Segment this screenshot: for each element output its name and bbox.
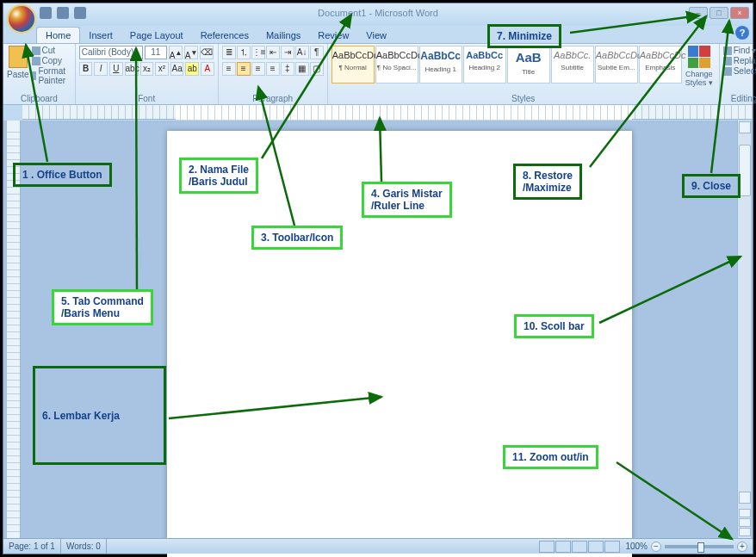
style--normal[interactable]: AaBbCcDc¶ Normal [332, 46, 375, 84]
font-color-button[interactable]: A [201, 62, 214, 76]
replace-button[interactable]: Replace [723, 56, 756, 65]
align-left-button[interactable]: ≡ [222, 62, 236, 76]
subscript-button[interactable]: x₂ [140, 62, 154, 76]
style-title[interactable]: AaBTitle [507, 46, 550, 84]
highlight-button[interactable]: ab [185, 62, 199, 76]
bullets-button[interactable]: ≣ [222, 46, 236, 59]
group-font-label: Font [79, 94, 214, 104]
minimize-button[interactable]: – [689, 7, 708, 19]
status-bar: Page: 1 of 1 Words: 0 100% − + [3, 538, 753, 554]
annotation-5: 5. Tab Command /Baris Menu [52, 289, 153, 325]
paste-icon [9, 46, 28, 68]
zoom-slider[interactable] [665, 545, 734, 548]
tab-page-layout[interactable]: Page Layout [121, 28, 192, 43]
borders-button[interactable]: ▢ [310, 62, 324, 76]
maximize-button[interactable]: □ [710, 7, 728, 19]
strike-button[interactable]: abc [125, 62, 139, 76]
redo-icon[interactable] [74, 7, 86, 19]
sort-button[interactable]: A↓ [295, 46, 309, 59]
annotation-9: 9. Close [682, 174, 741, 198]
find-button[interactable]: Find ▾ [723, 46, 756, 55]
scroll-down-button[interactable] [739, 492, 751, 504]
bold-button[interactable]: B [79, 62, 93, 76]
annotation-11: 11. Zoom out/in [503, 445, 598, 469]
horizontal-ruler[interactable] [22, 105, 753, 120]
undo-icon[interactable] [57, 7, 69, 19]
tab-review[interactable]: Review [309, 28, 357, 43]
annotation-10: 10. Scoll bar [514, 314, 594, 338]
style-heading-2[interactable]: AaBbCcHeading 2 [463, 46, 506, 84]
cut-button[interactable]: Cut [32, 46, 71, 55]
quick-access-toolbar[interactable] [40, 7, 86, 19]
paste-button[interactable]: Paste [7, 46, 29, 85]
find-icon [723, 46, 732, 55]
underline-button[interactable]: U [109, 62, 123, 76]
superscript-button[interactable]: x² [155, 62, 169, 76]
group-clipboard-label: Clipboard [7, 94, 71, 104]
scissors-icon [32, 46, 40, 55]
shrink-font-icon[interactable]: A▼ [184, 46, 198, 59]
select-button[interactable]: Select ▾ [723, 66, 756, 76]
align-right-button[interactable]: ≡ [251, 62, 265, 76]
style-subtitle[interactable]: AaBbCc.Subtitle [551, 46, 594, 84]
annotation-1: 1 . Office Button [13, 163, 112, 187]
line-spacing-button[interactable]: ‡ [281, 62, 294, 76]
ribbon-tabs: Home Insert Page Layout References Maili… [36, 26, 753, 43]
tab-references[interactable]: References [192, 28, 257, 43]
annotation-7: 7. Minimize [487, 24, 561, 48]
page-indicator[interactable]: Page: 1 of 1 [3, 539, 61, 554]
office-button[interactable] [7, 4, 36, 34]
multilevel-button[interactable]: ⋮≡ [251, 46, 265, 59]
clear-format-icon[interactable]: ⌫ [200, 46, 214, 59]
tab-home[interactable]: Home [36, 27, 80, 43]
grow-font-icon[interactable]: A▲ [169, 46, 183, 59]
style-emphasis[interactable]: AaBbCcDcEmphasis [639, 46, 682, 84]
annotation-8: 8. Restore /Maximize [513, 164, 582, 200]
help-icon[interactable]: ? [735, 26, 749, 40]
indent-decrease-button[interactable]: ⇤ [266, 46, 280, 59]
copy-icon [32, 57, 40, 65]
ribbon: Paste Cut Copy Format Painter Clipboard … [3, 43, 753, 105]
format-painter-button[interactable]: Format Painter [32, 66, 71, 85]
copy-button[interactable]: Copy [32, 56, 71, 65]
style-subtle-em-[interactable]: AaBbCcDcSubtle Em... [595, 46, 638, 84]
shading-button[interactable]: ▦ [295, 62, 309, 76]
group-styles-label: Styles [332, 94, 716, 104]
annotation-6: 6. Lembar Kerja [33, 366, 166, 465]
font-size-select[interactable]: 11 [145, 46, 167, 59]
tab-view[interactable]: View [357, 28, 395, 43]
select-icon [723, 67, 732, 76]
annotation-2: 2. Nama File /Baris Judul [179, 158, 258, 194]
word-count[interactable]: Words: 0 [61, 539, 107, 554]
style--no-spaci-[interactable]: AaBbCcDc¶ No Spaci... [375, 46, 418, 84]
replace-icon [723, 57, 732, 65]
annotation-3: 3. Toolbar/Icon [251, 226, 343, 250]
zoom-in-button[interactable]: + [737, 542, 747, 552]
font-name-select[interactable]: Calibri (Body) [79, 46, 143, 59]
scroll-up-button[interactable] [739, 121, 751, 133]
group-paragraph-label: Paragraph [222, 94, 324, 104]
indent-increase-button[interactable]: ⇥ [281, 46, 294, 59]
styles-gallery[interactable]: AaBbCcDc¶ NormalAaBbCcDc¶ No Spaci...AaB… [332, 46, 716, 87]
zoom-out-button[interactable]: − [651, 542, 661, 552]
italic-button[interactable]: I [94, 62, 108, 76]
brush-icon [32, 71, 37, 80]
justify-button[interactable]: ≡ [266, 62, 280, 76]
scroll-thumb[interactable] [739, 145, 751, 196]
show-marks-button[interactable]: ¶ [310, 46, 324, 59]
window-title: Document1 - Microsoft Word [318, 8, 438, 18]
align-center-button[interactable]: ≡ [237, 62, 251, 76]
annotation-4: 4. Garis Mistar /Ruler Line [362, 182, 452, 218]
title-bar: Document1 - Microsoft Word – □ × [3, 3, 753, 26]
change-case-button[interactable]: Aa [170, 62, 184, 76]
close-button[interactable]: × [730, 7, 749, 19]
save-icon[interactable] [40, 7, 52, 19]
zoom-level[interactable]: 100% [625, 542, 648, 551]
numbering-button[interactable]: ⒈ [237, 46, 251, 59]
tab-insert[interactable]: Insert [80, 28, 121, 43]
tab-mailings[interactable]: Mailings [257, 28, 309, 43]
view-buttons[interactable] [539, 541, 620, 553]
change-styles-button[interactable]: Change Styles ▾ [683, 46, 716, 87]
zoom-control[interactable]: 100% − + [625, 542, 747, 552]
style-heading-1[interactable]: AaBbCcHeading 1 [419, 46, 462, 84]
